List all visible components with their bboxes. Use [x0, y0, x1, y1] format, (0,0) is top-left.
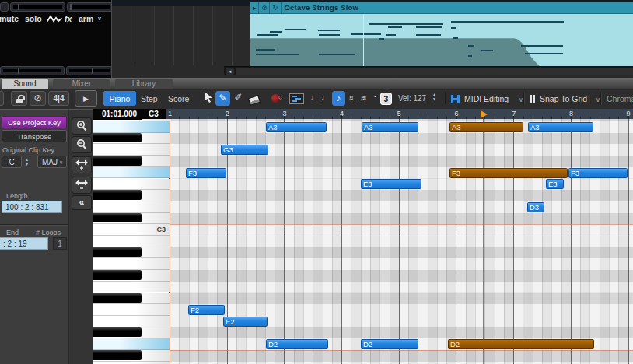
lock-button[interactable] [11, 91, 27, 106]
midi-note[interactable]: F2 [188, 305, 225, 315]
fader-partial[interactable] [0, 2, 9, 12]
scale-mode-label[interactable]: Chromatic [607, 94, 633, 103]
midi-note[interactable]: F3 [186, 168, 226, 178]
grid-row-D#3[interactable] [170, 190, 633, 201]
piano-key-G#2[interactable] [93, 270, 170, 282]
scrollbar-thumb[interactable] [236, 68, 633, 75]
piano-key-A2[interactable] [93, 258, 170, 270]
piano-key-C#2[interactable] [93, 350, 170, 362]
piano-key-G#3[interactable] [93, 133, 170, 145]
note-grid[interactable]: A3A3A3A3G3F3F3F3E3E3D3F2E2D2D2D2 [170, 119, 633, 364]
play-button[interactable]: ▶ [75, 90, 97, 107]
midi-note[interactable]: A3 [449, 122, 523, 132]
clip-mute-icon[interactable]: ⊘ [259, 2, 270, 13]
piano-key-B2[interactable] [93, 236, 170, 247]
grid-row-G#3[interactable] [170, 133, 633, 145]
midi-note[interactable]: E3 [546, 179, 564, 189]
note-list-button[interactable] [288, 91, 306, 106]
grid-row-B2[interactable] [170, 236, 633, 247]
tab-sound[interactable]: Sound [2, 79, 48, 89]
pencil-tool-button[interactable]: ✎ [215, 91, 230, 106]
playhead-marker-icon[interactable] [481, 110, 488, 118]
piano-key-C#3[interactable] [93, 213, 170, 225]
midi-note[interactable]: D2 [361, 339, 418, 349]
grid-row-C#3[interactable] [170, 213, 633, 225]
grid-row-C3[interactable] [170, 224, 633, 236]
time-signature-button[interactable]: 4|4 [48, 91, 69, 106]
transpose-button[interactable]: Transpose [2, 130, 67, 142]
piano-key-F#3[interactable] [93, 156, 170, 167]
grid-row-D#2[interactable] [170, 327, 633, 339]
piano-key-F3[interactable] [93, 167, 170, 179]
no-edit-button[interactable]: ⊘ [30, 91, 46, 106]
arm-button[interactable]: arm [79, 14, 93, 23]
partial-button[interactable] [0, 91, 4, 106]
piano-key-D#2[interactable] [93, 327, 170, 339]
zoom-in-button[interactable] [72, 117, 92, 135]
velocity-stepper[interactable]: ▴ ▾ [433, 92, 435, 101]
solo-button[interactable]: solo [25, 14, 42, 23]
piano-key-D2[interactable] [93, 338, 170, 350]
piano-key-D3[interactable] [93, 201, 170, 213]
clip-header[interactable]: ▸⊘↻Octave Strings Slow [250, 2, 633, 14]
midi-note[interactable]: D3 [527, 202, 544, 212]
h-zoom-in-button[interactable] [72, 156, 92, 173]
black-key[interactable] [93, 190, 142, 200]
length-value-field[interactable]: 100 : 2 : 831 [2, 201, 62, 213]
grid-row-F#3[interactable] [170, 156, 633, 167]
black-key[interactable] [93, 133, 142, 143]
clip-loop-icon[interactable]: ↻ [270, 2, 281, 13]
midi-note[interactable]: F3 [449, 168, 568, 178]
clip-scale-dropdown[interactable]: MAJ∨ [37, 156, 67, 168]
brush-tool-button[interactable]: ✐ [232, 91, 245, 106]
tab-mixer[interactable]: Mixer [53, 79, 110, 89]
grid-row-C#2[interactable] [170, 350, 633, 362]
fx-button[interactable]: fx [65, 14, 72, 23]
dotted-note-button[interactable]: · [374, 92, 377, 101]
midi-note[interactable]: F3 [568, 168, 628, 178]
collapse-panel-button[interactable]: « [72, 195, 92, 210]
whole-note-button[interactable]: ○ [278, 93, 282, 101]
grid-row-D3[interactable] [170, 201, 633, 213]
piano-key-F2[interactable] [93, 304, 170, 316]
grid-row-A2[interactable] [170, 258, 633, 270]
black-key[interactable] [93, 350, 142, 360]
grid-row-F#2[interactable] [170, 293, 633, 305]
end-value-field[interactable]: : 2 : 19 [0, 237, 48, 250]
piano-key-G3[interactable] [93, 144, 170, 156]
black-key[interactable] [93, 156, 142, 166]
tab-piano[interactable]: Piano [103, 91, 136, 106]
piano-key-C3[interactable]: C3 [93, 224, 170, 236]
midi-note[interactable]: A3 [528, 122, 593, 132]
fader-bottom-right[interactable] [66, 66, 113, 75]
fader-top-left[interactable] [10, 2, 65, 12]
eighth-note-button[interactable]: ♪ [332, 91, 345, 106]
clip-key-value[interactable]: C [2, 156, 22, 168]
snap-to-grid-dropdown[interactable]: Snap To Grid ∨ [530, 94, 600, 103]
tab-score[interactable]: Score [168, 94, 189, 103]
midi-clip[interactable]: ▸⊘↻Octave Strings Slow [250, 2, 633, 74]
midi-note[interactable]: A3 [266, 122, 327, 132]
stepper-down-icon[interactable]: ▾ [433, 96, 435, 101]
sixteenth-note-button[interactable]: ♬ [348, 93, 356, 102]
tab-library[interactable]: Library [115, 79, 173, 89]
loops-value-field[interactable]: 1 [53, 237, 67, 250]
piano-key-A3[interactable] [93, 121, 170, 133]
h-zoom-out-button[interactable] [72, 177, 92, 194]
black-key[interactable] [93, 270, 142, 280]
black-key[interactable] [93, 119, 142, 120]
quarter-note-button[interactable]: ♩ [321, 93, 330, 102]
midi-note[interactable]: E2 [223, 317, 268, 327]
grid-row-A#2[interactable] [170, 247, 633, 259]
piano-key-G2[interactable] [93, 282, 170, 293]
midi-editing-dropdown[interactable]: MIDI Editing ∨ [453, 94, 523, 103]
zoom-out-button[interactable] [72, 136, 92, 153]
fader-top-right[interactable] [67, 2, 113, 12]
timeline-ruler[interactable]: 123456789 [166, 109, 633, 119]
midi-note[interactable]: G3 [221, 145, 268, 155]
select-tool-button[interactable] [201, 91, 215, 106]
triplet-button[interactable]: 3 [380, 93, 392, 105]
black-key[interactable] [93, 247, 142, 257]
grid-row-F2[interactable] [170, 304, 633, 316]
grid-row-G2[interactable] [170, 282, 633, 293]
